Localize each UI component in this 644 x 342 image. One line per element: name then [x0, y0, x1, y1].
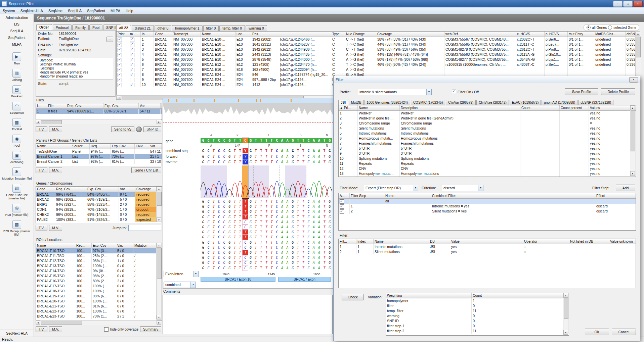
add-filter-step-button[interactable]: Add: [616, 185, 635, 191]
column-header[interactable]: Index: [356, 239, 374, 244]
checkbox[interactable]: [340, 199, 344, 204]
column-header[interactable]: Weighting: [386, 293, 472, 298]
column-header[interactable]: p. HGVS: [545, 32, 568, 37]
column-header[interactable]: mut Entry: [568, 32, 594, 37]
column-header[interactable]: Source: [71, 144, 90, 149]
comments-input[interactable]: [163, 295, 333, 334]
table-row[interactable]: BRCA1-E13-TSO100...100% (...0 / 0/: [36, 263, 162, 268]
table-row[interactable]: BRCA1-E17-TSO100...100% (...0 / 0/: [36, 284, 162, 289]
column-header[interactable]: Mutation: [133, 243, 157, 248]
checkbox[interactable]: [130, 48, 134, 52]
table-row[interactable]: BRCA1-E16-TSO100...80% (2...2 / 0/: [36, 279, 162, 284]
table-row[interactable]: filter step 211: [386, 329, 569, 334]
db-tab-cosmic-1702345-[interactable]: COSMIC (1702345): [411, 100, 445, 105]
checkbox[interactable]: [118, 43, 122, 47]
checkbox[interactable]: [130, 38, 134, 42]
tab-order[interactable]: Order: [36, 24, 52, 31]
table-row[interactable]: 1BRCA1NM_007300BRCA1-E10-...E101942 (208…: [117, 37, 636, 42]
dialog-close-icon[interactable]: ×: [629, 77, 638, 83]
variant-tab-all-22[interactable]: all 22: [116, 25, 131, 31]
tab-protocol[interactable]: Protocol: [53, 25, 72, 31]
db-tab-clinvitae-283142-[interactable]: ClinVitae (283142): [476, 100, 509, 105]
table-row[interactable]: 85' UTR5' UTRyes,no: [339, 146, 636, 151]
table-row[interactable]: BRCA1-E10-TSO100...97% (3...5 / 0: [36, 248, 162, 254]
table-row[interactable]: PALB2100% (383...91% (3526/3...0 / 0expe…: [36, 217, 162, 222]
column-header[interactable]: Var.: [119, 187, 135, 192]
files-mv-button[interactable]: M.V.: [49, 126, 62, 132]
table-row[interactable]: 4BRCA1NM_007300BRCA1-E10-...E102443 (311…: [117, 52, 636, 57]
table-row[interactable]: BRCA1-E21-TSO100...81% (6...0 / 0/: [36, 304, 162, 309]
db-tab-1000-genomes-85261424-[interactable]: 1000 Genomes (85261424): [364, 100, 410, 105]
table-row[interactable]: BRCA199% (7643...84% (6480/7...9 / 1requ…: [36, 192, 162, 197]
sidebar-item-run[interactable]: ▶Run: [1, 52, 33, 65]
table-row[interactable]: 5BRCA1NM_007300BRCA1-E10-...E102878 (354…: [117, 57, 636, 62]
column-header[interactable]: I...: [36, 103, 47, 109]
filter-onoff-checkbox[interactable]: [452, 90, 456, 94]
table-row[interactable]: BRCA1-E23-TSO100...70% (1...2 / 1/: [36, 314, 162, 319]
column-header[interactable]: Description: [400, 105, 520, 111]
variant-tab-filter-0[interactable]: filter 0: [203, 25, 219, 31]
table-row[interactable]: TruSightOnePanel94% (...65% (...54 / 11: [36, 149, 162, 154]
table-row[interactable]: 3BRCA1NM_007300BRCA1-E10-...E101942 (261…: [117, 47, 636, 52]
checkbox[interactable]: [130, 53, 134, 57]
table-row[interactable]: BRCA1-E12-TSO100...93% (1...1 / 0/: [36, 258, 162, 263]
checkbox[interactable]: [118, 83, 122, 87]
table-row[interactable]: BRCA1-E22-TSO100...100% (...0 / 0/: [36, 309, 162, 314]
column-header[interactable]: Type: [331, 32, 345, 37]
column-header[interactable]: web Ref.: [444, 32, 516, 37]
db-tab-exac-10195872-[interactable]: ExAC (10195872): [510, 100, 541, 105]
column-header[interactable]: Operator: [523, 239, 569, 244]
checkbox[interactable]: [118, 73, 122, 77]
column-header[interactable]: Req. ...: [90, 144, 111, 149]
column-header[interactable]: Var.: [139, 103, 161, 109]
column-header[interactable]: Gene: [154, 32, 172, 37]
checkbox[interactable]: [118, 68, 122, 72]
table-row[interactable]: 6Homozygous mutati...Homozygous mutation…: [339, 136, 636, 141]
radio-selected-gene[interactable]: [608, 26, 612, 30]
alignment-overview-bar[interactable]: [163, 98, 333, 103]
column-header[interactable]: ▲ Pri...: [339, 105, 358, 111]
radio-all-genes[interactable]: [587, 26, 591, 30]
menu-seqhla[interactable]: SeqHLA: [65, 8, 84, 13]
checkbox[interactable]: [130, 58, 134, 62]
column-header[interactable]: m...: [129, 32, 141, 37]
table-row[interactable]: BRCA1-E20-TSO100...100% (...0 / 0/: [36, 299, 162, 304]
table-row[interactable]: BRCA1-E14-TSO100...0% (0/...0 / 0/: [36, 268, 162, 274]
column-header[interactable]: DB: [429, 239, 450, 244]
files-tv-button[interactable]: T.V.: [36, 126, 47, 132]
sidebar-item-seqhla[interactable]: SeqHLA: [0, 28, 34, 34]
variant-tab-distinct-21[interactable]: distinct 21: [132, 25, 154, 31]
table-row[interactable]: 11Intronic mutationsJSIyes=: [339, 244, 636, 250]
column-header[interactable]: Req. Cov.: [66, 103, 103, 109]
panels-mv-button[interactable]: M.V.: [49, 167, 62, 173]
filter-mode-dropdown[interactable]: Expert (Filter step OR): [364, 185, 418, 191]
column-header[interactable]: Combined Filter: [431, 193, 595, 199]
sidebar-item-mutation[interactable]: ✱Mutation [master file]: [1, 167, 33, 180]
column-header[interactable]: Exp. Cov: [92, 243, 116, 248]
checkbox[interactable]: [130, 68, 134, 72]
checkbox[interactable]: [118, 38, 122, 42]
table-row[interactable]: 11RepeatsRepeatsyes,no: [339, 161, 636, 166]
sidebar-item-joining[interactable]: ▥Joining: [1, 69, 33, 82]
table-row[interactable]: BRCA1-E19-TSO100...98% (6...0 / 0/: [36, 294, 162, 299]
variant-tab-homopolymer-1[interactable]: homopolymer 1: [172, 25, 202, 31]
exon-bar[interactable]: BRCA1 / Exon 10: [201, 277, 275, 282]
checkbox[interactable]: [130, 63, 134, 67]
db-tab-mutdb[interactable]: MutDB: [349, 100, 364, 105]
table-row[interactable]: 2Silent mutations = yesdiscard: [339, 209, 636, 214]
variant-tab-warning-0[interactable]: warning 0: [246, 25, 267, 31]
column-header[interactable]: In...: [141, 32, 154, 37]
column-header[interactable]: Var.: [149, 144, 162, 149]
column-header[interactable]: Value unknown: [609, 239, 636, 244]
delete-profile-button[interactable]: Delete Profile: [601, 88, 635, 95]
sidebar-item-mlpa[interactable]: MLPA: [0, 41, 34, 48]
column-header[interactable]: Pos.: [251, 32, 279, 37]
table-row[interactable]: 2WebRef in gene file ...WebRef in gene f…: [339, 116, 636, 121]
column-header[interactable]: Name: [358, 105, 400, 111]
column-header[interactable]: Count: [520, 105, 560, 111]
table-row[interactable]: SNP ID0: [386, 319, 569, 324]
column-header[interactable]: Name: [36, 144, 71, 149]
checkbox[interactable]: [130, 83, 134, 87]
menu-mlpa[interactable]: MLPA: [108, 8, 123, 13]
table-row[interactable]: 10Splicing mutationsSplicing mutationsye…: [339, 156, 636, 161]
